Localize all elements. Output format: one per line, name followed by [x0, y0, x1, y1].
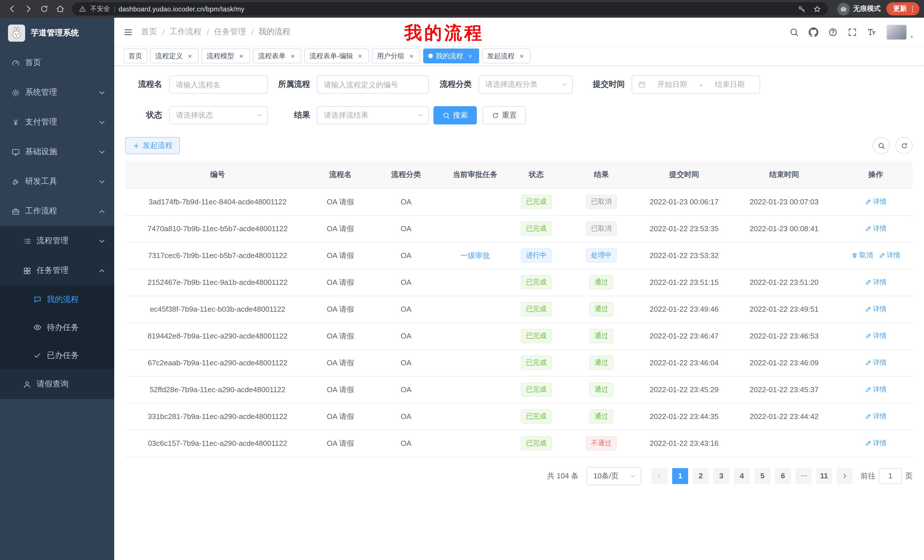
- tab-process-model[interactable]: 流程模型: [202, 48, 250, 63]
- detail-link[interactable]: 详情: [865, 385, 886, 394]
- create-process-button[interactable]: 发起流程: [125, 137, 180, 154]
- browser-forward-button[interactable]: [21, 1, 35, 16]
- detail-link[interactable]: 详情: [865, 197, 886, 207]
- pagination-page-4[interactable]: 4: [734, 468, 750, 484]
- address-bar[interactable]: 不安全 dashboard.yudao.iocoder.cn/bpm/task/…: [72, 2, 828, 15]
- chevron-down-icon: [256, 112, 263, 119]
- tab-home[interactable]: 首页: [123, 48, 147, 63]
- row-actions: 详情: [839, 349, 913, 376]
- sidebar-item-label: 系统管理: [25, 87, 57, 97]
- goto-label: 前往: [861, 471, 876, 481]
- current-task: [441, 349, 509, 376]
- table-row: ec45f38f-7b9a-11ec-b03b-acde48001122OA 请…: [125, 296, 913, 322]
- search-button[interactable]: 搜索: [434, 106, 477, 124]
- tab-close-icon[interactable]: [407, 52, 415, 60]
- reset-button[interactable]: 重置: [483, 106, 526, 124]
- sidebar-item-system[interactable]: 系统管理: [0, 78, 114, 107]
- sidebar-item-workflow[interactable]: 工作流程: [0, 196, 114, 226]
- browser-home-button[interactable]: [52, 1, 68, 16]
- chevron-right-icon: [841, 472, 848, 479]
- pagination-page-5[interactable]: 5: [754, 468, 770, 484]
- tab-close-icon[interactable]: [186, 52, 194, 60]
- tab-user-group[interactable]: 用户分组: [372, 48, 420, 63]
- cancel-link[interactable]: 取消: [851, 251, 873, 260]
- tabs-bar: 首页流程定义流程模型流程表单流程表单-编辑用户分组我的流程发起流程: [114, 46, 924, 66]
- detail-link[interactable]: 详情: [865, 439, 886, 448]
- submit-time-range[interactable]: 开始日期 - 结束日期: [632, 75, 760, 94]
- detail-link[interactable]: 详情: [865, 277, 886, 287]
- password-key-icon[interactable]: [798, 5, 806, 13]
- pagination-page-6[interactable]: 6: [775, 468, 791, 484]
- tab-close-icon[interactable]: [356, 52, 364, 60]
- navbar-search-icon[interactable]: [789, 27, 799, 37]
- parent-process-input[interactable]: [317, 75, 429, 94]
- page-size-select[interactable]: 10条/页: [586, 467, 641, 485]
- tab-close-icon[interactable]: [466, 52, 474, 60]
- pagination-page-3[interactable]: 3: [713, 468, 729, 484]
- browser-reload-button[interactable]: [36, 1, 51, 16]
- breadcrumb-item[interactable]: 任务管理: [214, 27, 246, 37]
- toggle-search-button[interactable]: [873, 137, 890, 154]
- pagination-next[interactable]: [837, 468, 853, 484]
- submit-time: 2022-01-22 23:46:47: [639, 322, 729, 349]
- sidebar-item-devtools[interactable]: 研发工具: [0, 167, 114, 196]
- browser-update-button[interactable]: 更新: [886, 2, 920, 15]
- detail-link[interactable]: 详情: [865, 358, 886, 368]
- detail-link[interactable]: 详情: [865, 224, 886, 234]
- tab-start-process[interactable]: 发起流程: [482, 48, 531, 63]
- detail-link[interactable]: 详情: [865, 331, 886, 341]
- action-label: 详情: [886, 251, 900, 260]
- pagination-more[interactable]: [795, 468, 812, 484]
- browser-menu-icon[interactable]: [909, 5, 916, 13]
- sidebar-item-payment[interactable]: 支付管理: [0, 107, 114, 137]
- status-select[interactable]: 请选择状态: [169, 106, 268, 124]
- refresh-table-button[interactable]: [896, 137, 913, 154]
- status-tag: 已取消: [586, 195, 617, 209]
- current-task-link[interactable]: 一级审批: [460, 251, 490, 259]
- monitor-icon: [11, 148, 20, 156]
- status-cell: 已完成: [509, 403, 564, 430]
- result-select[interactable]: 请选择流结果: [317, 106, 429, 124]
- tab-my-process[interactable]: 我的流程: [423, 48, 479, 63]
- sidebar-item-leave-query[interactable]: 请假查询: [0, 369, 114, 399]
- browser-back-button[interactable]: [4, 1, 20, 16]
- sidebar-item-process-mgmt[interactable]: 流程管理: [0, 226, 114, 256]
- detail-link[interactable]: 详情: [879, 251, 900, 260]
- bookmark-star-icon[interactable]: [813, 5, 821, 13]
- pagination-page-2[interactable]: 2: [693, 468, 709, 484]
- user-avatar[interactable]: [886, 24, 915, 40]
- sidebar-item-my-process[interactable]: 我的流程: [0, 285, 114, 313]
- tab-process-form-edit[interactable]: 流程表单-编辑: [304, 48, 369, 63]
- fullscreen-icon[interactable]: [848, 27, 857, 37]
- breadcrumb-item[interactable]: 工作流程: [170, 27, 202, 37]
- tab-close-icon[interactable]: [518, 52, 525, 60]
- tab-close-icon[interactable]: [288, 52, 296, 60]
- detail-link[interactable]: 详情: [865, 304, 886, 314]
- process-name-input[interactable]: [169, 75, 268, 94]
- sidebar-item-todo-task[interactable]: 待办任务: [0, 313, 114, 341]
- column-header: 流程名: [310, 161, 370, 189]
- yen-icon: [11, 118, 20, 126]
- sidebar-item-task-mgmt[interactable]: 任务管理: [0, 256, 114, 285]
- pagination-prev[interactable]: [652, 468, 668, 484]
- pagination-page-11[interactable]: 11: [816, 468, 832, 484]
- pagination-page-1[interactable]: 1: [672, 468, 688, 484]
- app-logo[interactable]: 芋道管理系统: [0, 18, 114, 48]
- status-placeholder: 请选择状态: [176, 110, 213, 120]
- tab-process-definition[interactable]: 流程定义: [150, 48, 199, 63]
- tab-close-icon[interactable]: [237, 52, 245, 60]
- breadcrumb-item[interactable]: 首页: [141, 27, 157, 37]
- category-select[interactable]: 请选择流程分类: [478, 75, 573, 94]
- goto-page-input[interactable]: [879, 468, 902, 484]
- submit-time: 2022-01-22 23:45:29: [639, 376, 729, 403]
- tab-process-form[interactable]: 流程表单: [253, 48, 302, 63]
- process-id: ec45f38f-7b9a-11ec-b03b-acde48001122: [125, 296, 310, 322]
- github-icon[interactable]: [808, 27, 818, 37]
- sidebar-item-done-task[interactable]: 已办任务: [0, 341, 114, 369]
- sidebar-item-infra[interactable]: 基础设施: [0, 137, 114, 167]
- detail-link[interactable]: 详情: [865, 412, 886, 421]
- help-icon[interactable]: [828, 27, 838, 37]
- hamburger-icon[interactable]: [123, 27, 133, 37]
- font-size-icon[interactable]: [867, 27, 877, 37]
- sidebar-item-home[interactable]: 首页: [0, 48, 114, 78]
